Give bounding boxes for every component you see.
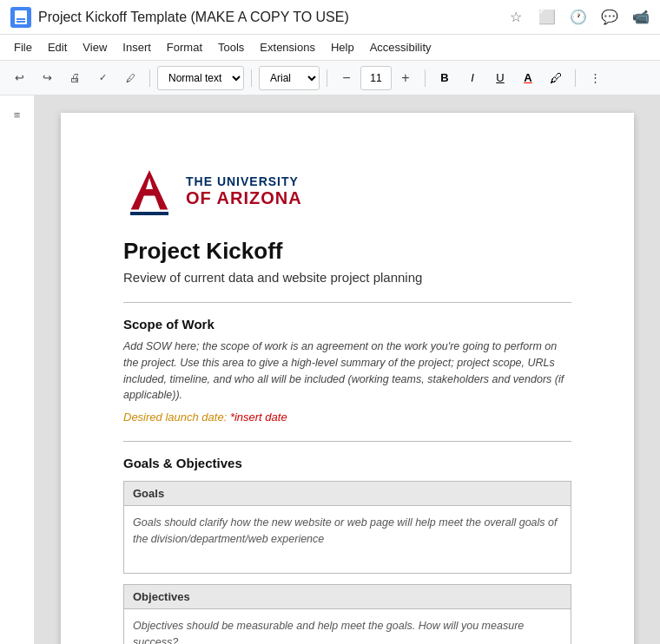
document-subtitle: Review of current data and website proje…	[123, 270, 571, 285]
document-title: Project Kickoff Template (MAKE A COPY TO…	[38, 10, 500, 25]
video-icon[interactable]: 📹	[632, 9, 650, 26]
goals-header-cell: Goals	[124, 482, 571, 506]
outline-icon[interactable]: ≡	[7, 104, 28, 125]
paragraph-style-select[interactable]: Normal text	[157, 66, 244, 90]
menu-insert[interactable]: Insert	[116, 38, 158, 56]
spellcheck-button[interactable]: ✓	[90, 66, 115, 90]
logo-area: The University of Arizona	[123, 165, 571, 217]
undo-button[interactable]: ↩	[7, 66, 31, 90]
table-row-goals-empty	[124, 556, 571, 574]
objectives-header-cell: Objectives	[124, 585, 571, 609]
menu-extensions[interactable]: Extensions	[253, 38, 322, 56]
text-color-button[interactable]: A	[516, 66, 540, 90]
font-select[interactable]: Arial	[259, 66, 320, 90]
menu-accessibility[interactable]: Accessibility	[363, 38, 439, 56]
toolbar: ↩ ↪ 🖨 ✓ 🖊 Normal text Arial − + B I U A …	[0, 61, 660, 95]
menu-edit[interactable]: Edit	[41, 38, 74, 56]
logo-university-text: The University	[186, 174, 302, 188]
highlight-button[interactable]: 🖊	[544, 66, 568, 90]
desired-launch-value: *insert date	[230, 411, 287, 424]
paintformat-button[interactable]: 🖊	[118, 66, 142, 90]
bold-button[interactable]: B	[432, 66, 457, 90]
document-container[interactable]: The University of Arizona Project Kickof…	[35, 95, 660, 644]
print-button[interactable]: 🖨	[63, 66, 87, 90]
title-bar: Project Kickoff Template (MAKE A COPY TO…	[0, 0, 660, 35]
font-size-increase[interactable]: +	[393, 66, 418, 90]
menu-file[interactable]: File	[7, 38, 39, 56]
desired-launch: Desired launch date: *insert date	[123, 411, 571, 424]
underline-button[interactable]: U	[488, 66, 512, 90]
menu-help[interactable]: Help	[324, 38, 361, 56]
desired-launch-label: Desired launch date:	[123, 411, 227, 424]
divider-4	[425, 69, 426, 87]
goals-section: Goals & Objectives Goals Goals should cl…	[123, 456, 571, 644]
table-row-objectives-header: Objectives	[124, 585, 571, 609]
logo-arizona-text: of Arizona	[186, 188, 302, 208]
redo-button[interactable]: ↪	[35, 66, 59, 90]
divider-2	[251, 69, 252, 87]
app-icon	[10, 7, 31, 28]
title-icons: ☆ ⬜ 🕐 💬 📹	[507, 9, 650, 26]
divider-line-2	[123, 441, 571, 442]
cloud-icon[interactable]: ⬜	[538, 9, 556, 26]
objectives-body-cell: Objectives should be measurable and help…	[124, 609, 571, 645]
page: The University of Arizona Project Kickof…	[61, 113, 634, 644]
menu-view[interactable]: View	[76, 38, 114, 56]
divider-3	[327, 69, 327, 87]
menu-bar: File Edit View Insert Format Tools Exten…	[0, 35, 660, 61]
divider-1	[149, 69, 150, 87]
main-area: ≡ The University of Arizona	[0, 95, 660, 644]
more-button[interactable]: ⋮	[583, 66, 607, 90]
goals-section-title: Goals & Objectives	[123, 456, 571, 470]
objectives-table: Objectives Objectives should be measurab…	[123, 584, 571, 644]
document-main-title: Project Kickoff	[123, 238, 571, 265]
goals-table: Goals Goals should clarify how the new w…	[123, 481, 571, 574]
university-logo-svg	[123, 165, 175, 217]
table-row-goals-header: Goals	[124, 482, 571, 506]
table-row-goals-body: Goals should clarify how the new website…	[124, 506, 571, 556]
font-size-decrease[interactable]: −	[334, 66, 359, 90]
scope-body: Add SOW here; the scope of work is an ag…	[123, 338, 571, 404]
goals-empty-cell	[124, 556, 571, 574]
logo-text: The University of Arizona	[186, 174, 302, 208]
table-row-objectives-body: Objectives should be measurable and help…	[124, 609, 571, 645]
goals-body-cell: Goals should clarify how the new website…	[124, 506, 571, 556]
scope-title: Scope of Work	[123, 317, 571, 332]
font-size-container: − +	[334, 66, 418, 90]
star-icon[interactable]: ☆	[507, 9, 525, 26]
divider-line-1	[123, 302, 571, 303]
sidebar: ≡	[0, 95, 35, 644]
menu-format[interactable]: Format	[160, 38, 209, 56]
svg-rect-3	[130, 212, 168, 215]
comment-icon[interactable]: 💬	[601, 9, 618, 26]
divider-5	[575, 69, 576, 87]
menu-tools[interactable]: Tools	[211, 38, 251, 56]
history-icon[interactable]: 🕐	[570, 9, 587, 26]
italic-button[interactable]: I	[460, 66, 485, 90]
font-size-input[interactable]	[360, 66, 392, 90]
